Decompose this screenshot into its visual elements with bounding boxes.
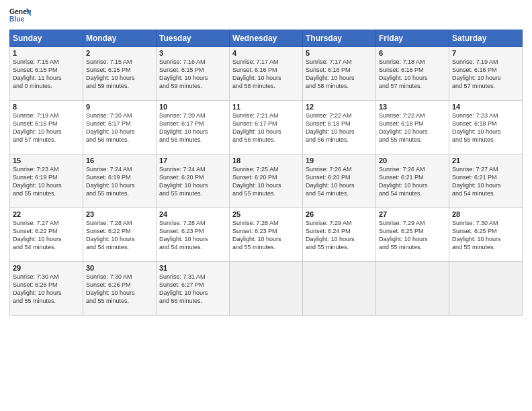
calendar-cell: 28Sunrise: 7:30 AM Sunset: 6:25 PM Dayli… — [449, 208, 523, 262]
day-number: 24 — [159, 210, 226, 218]
day-number: 4 — [232, 49, 300, 57]
day-header-wednesday: Wednesday — [230, 30, 303, 47]
day-detail: Sunrise: 7:26 AM Sunset: 6:20 PM Dayligh… — [306, 165, 373, 198]
calendar-cell: 17Sunrise: 7:24 AM Sunset: 6:20 PM Dayli… — [157, 154, 230, 208]
day-detail: Sunrise: 7:28 AM Sunset: 6:23 PM Dayligh… — [159, 219, 226, 252]
day-detail: Sunrise: 7:24 AM Sunset: 6:20 PM Dayligh… — [159, 165, 226, 198]
day-number: 5 — [306, 49, 373, 57]
day-detail: Sunrise: 7:15 AM Sunset: 6:15 PM Dayligh… — [13, 58, 80, 91]
calendar-cell: 4Sunrise: 7:17 AM Sunset: 6:16 PM Daylig… — [230, 47, 303, 101]
day-detail: Sunrise: 7:17 AM Sunset: 6:16 PM Dayligh… — [306, 58, 373, 91]
day-detail: Sunrise: 7:24 AM Sunset: 6:19 PM Dayligh… — [86, 165, 153, 198]
day-header-sunday: Sunday — [10, 30, 83, 47]
calendar-cell: 2Sunrise: 7:15 AM Sunset: 6:15 PM Daylig… — [83, 47, 157, 101]
calendar-cell: 13Sunrise: 7:22 AM Sunset: 6:18 PM Dayli… — [376, 101, 449, 154]
calendar-cell: 10Sunrise: 7:20 AM Sunset: 6:17 PM Dayli… — [157, 101, 230, 154]
day-detail: Sunrise: 7:25 AM Sunset: 6:20 PM Dayligh… — [232, 165, 300, 198]
day-number: 7 — [452, 49, 519, 57]
day-header-saturday: Saturday — [449, 30, 523, 47]
day-detail: Sunrise: 7:30 AM Sunset: 6:26 PM Dayligh… — [13, 273, 80, 306]
header: General Blue — [9, 7, 523, 26]
day-detail: Sunrise: 7:26 AM Sunset: 6:21 PM Dayligh… — [379, 165, 446, 198]
calendar-cell — [376, 262, 449, 316]
calendar-cell: 11Sunrise: 7:21 AM Sunset: 6:17 PM Dayli… — [230, 101, 303, 154]
day-detail: Sunrise: 7:15 AM Sunset: 6:15 PM Dayligh… — [86, 58, 153, 91]
calendar-cell: 25Sunrise: 7:28 AM Sunset: 6:23 PM Dayli… — [230, 208, 303, 262]
day-number: 10 — [159, 103, 226, 111]
day-detail: Sunrise: 7:17 AM Sunset: 6:16 PM Dayligh… — [232, 58, 300, 91]
calendar-cell: 30Sunrise: 7:30 AM Sunset: 6:26 PM Dayli… — [83, 262, 157, 316]
day-number: 12 — [306, 103, 373, 111]
calendar-week-row: 1Sunrise: 7:15 AM Sunset: 6:15 PM Daylig… — [10, 47, 523, 101]
calendar-cell: 9Sunrise: 7:20 AM Sunset: 6:17 PM Daylig… — [83, 101, 157, 154]
calendar-cell: 8Sunrise: 7:19 AM Sunset: 6:16 PM Daylig… — [10, 101, 83, 154]
day-number: 27 — [379, 210, 446, 218]
day-number: 19 — [306, 156, 373, 165]
day-number: 23 — [86, 210, 153, 218]
calendar-container: General Blue SundayMondayTuesdayWednesda… — [0, 0, 532, 322]
calendar-cell: 24Sunrise: 7:28 AM Sunset: 6:23 PM Dayli… — [157, 208, 230, 262]
day-number: 16 — [86, 156, 153, 165]
calendar-cell: 22Sunrise: 7:27 AM Sunset: 6:22 PM Dayli… — [10, 208, 83, 262]
day-detail: Sunrise: 7:27 AM Sunset: 6:21 PM Dayligh… — [452, 165, 519, 198]
calendar-week-row: 8Sunrise: 7:19 AM Sunset: 6:16 PM Daylig… — [10, 101, 523, 154]
calendar-cell — [449, 262, 523, 316]
day-number: 22 — [13, 210, 80, 218]
day-number: 28 — [452, 210, 519, 218]
day-detail: Sunrise: 7:16 AM Sunset: 6:15 PM Dayligh… — [159, 58, 226, 91]
day-detail: Sunrise: 7:29 AM Sunset: 6:24 PM Dayligh… — [306, 219, 373, 252]
day-number: 1 — [13, 49, 80, 57]
day-detail: Sunrise: 7:18 AM Sunset: 6:16 PM Dayligh… — [379, 58, 446, 91]
day-detail: Sunrise: 7:22 AM Sunset: 6:18 PM Dayligh… — [306, 111, 373, 144]
day-header-tuesday: Tuesday — [157, 30, 230, 47]
day-number: 20 — [379, 156, 446, 165]
calendar-cell: 3Sunrise: 7:16 AM Sunset: 6:15 PM Daylig… — [157, 47, 230, 101]
day-number: 29 — [13, 264, 80, 272]
calendar-cell: 16Sunrise: 7:24 AM Sunset: 6:19 PM Dayli… — [83, 154, 157, 208]
day-number: 18 — [232, 156, 300, 165]
logo-icon: General Blue — [9, 7, 31, 26]
day-number: 8 — [13, 103, 80, 111]
day-number: 14 — [452, 103, 519, 111]
day-detail: Sunrise: 7:19 AM Sunset: 6:16 PM Dayligh… — [13, 111, 80, 144]
day-detail: Sunrise: 7:22 AM Sunset: 6:18 PM Dayligh… — [379, 111, 446, 144]
day-number: 2 — [86, 49, 153, 57]
day-detail: Sunrise: 7:30 AM Sunset: 6:25 PM Dayligh… — [452, 219, 519, 252]
calendar-cell: 12Sunrise: 7:22 AM Sunset: 6:18 PM Dayli… — [303, 101, 376, 154]
day-number: 31 — [159, 264, 226, 272]
calendar-cell: 26Sunrise: 7:29 AM Sunset: 6:24 PM Dayli… — [303, 208, 376, 262]
calendar-week-row: 15Sunrise: 7:23 AM Sunset: 6:19 PM Dayli… — [10, 154, 523, 208]
calendar-header-row: SundayMondayTuesdayWednesdayThursdayFrid… — [10, 30, 523, 47]
calendar-cell: 20Sunrise: 7:26 AM Sunset: 6:21 PM Dayli… — [376, 154, 449, 208]
calendar-cell: 27Sunrise: 7:29 AM Sunset: 6:25 PM Dayli… — [376, 208, 449, 262]
day-number: 21 — [452, 156, 519, 165]
day-detail: Sunrise: 7:31 AM Sunset: 6:27 PM Dayligh… — [159, 273, 226, 306]
day-number: 11 — [232, 103, 300, 111]
calendar-cell: 6Sunrise: 7:18 AM Sunset: 6:16 PM Daylig… — [376, 47, 449, 101]
logo: General Blue — [9, 7, 31, 26]
calendar-cell: 21Sunrise: 7:27 AM Sunset: 6:21 PM Dayli… — [449, 154, 523, 208]
day-header-friday: Friday — [376, 30, 449, 47]
day-detail: Sunrise: 7:20 AM Sunset: 6:17 PM Dayligh… — [86, 111, 153, 144]
day-detail: Sunrise: 7:29 AM Sunset: 6:25 PM Dayligh… — [379, 219, 446, 252]
calendar-cell — [230, 262, 303, 316]
calendar-cell: 29Sunrise: 7:30 AM Sunset: 6:26 PM Dayli… — [10, 262, 83, 316]
calendar-cell: 7Sunrise: 7:19 AM Sunset: 6:16 PM Daylig… — [449, 47, 523, 101]
day-number: 6 — [379, 49, 446, 57]
calendar-cell: 1Sunrise: 7:15 AM Sunset: 6:15 PM Daylig… — [10, 47, 83, 101]
day-number: 17 — [159, 156, 226, 165]
day-number: 15 — [13, 156, 80, 165]
day-number: 25 — [232, 210, 300, 218]
day-detail: Sunrise: 7:28 AM Sunset: 6:22 PM Dayligh… — [86, 219, 153, 252]
day-detail: Sunrise: 7:27 AM Sunset: 6:22 PM Dayligh… — [13, 219, 80, 252]
calendar-cell: 19Sunrise: 7:26 AM Sunset: 6:20 PM Dayli… — [303, 154, 376, 208]
calendar-cell: 14Sunrise: 7:23 AM Sunset: 6:18 PM Dayli… — [449, 101, 523, 154]
day-detail: Sunrise: 7:19 AM Sunset: 6:16 PM Dayligh… — [452, 58, 519, 91]
day-number: 26 — [306, 210, 373, 218]
day-number: 9 — [86, 103, 153, 111]
day-detail: Sunrise: 7:23 AM Sunset: 6:18 PM Dayligh… — [452, 111, 519, 144]
calendar-week-row: 29Sunrise: 7:30 AM Sunset: 6:26 PM Dayli… — [10, 262, 523, 316]
calendar-table: SundayMondayTuesdayWednesdayThursdayFrid… — [9, 30, 523, 316]
day-detail: Sunrise: 7:28 AM Sunset: 6:23 PM Dayligh… — [232, 219, 300, 252]
calendar-cell: 18Sunrise: 7:25 AM Sunset: 6:20 PM Dayli… — [230, 154, 303, 208]
